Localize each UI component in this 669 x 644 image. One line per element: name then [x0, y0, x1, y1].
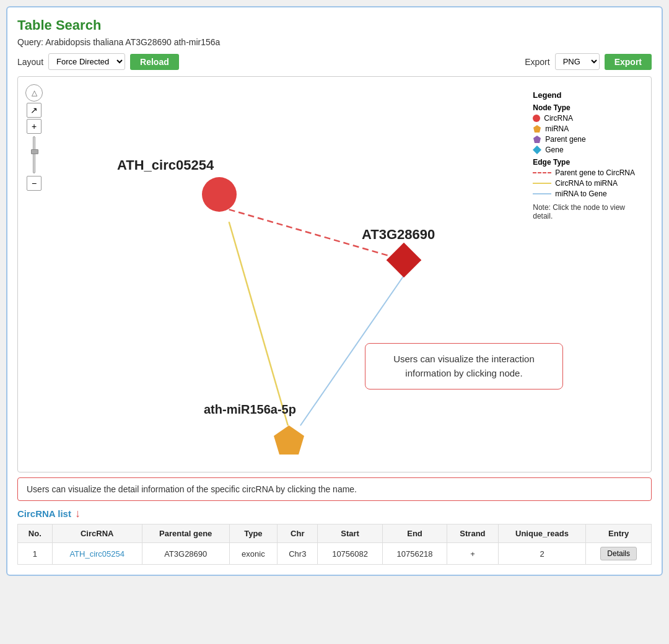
circrna-legend-label: CircRNA [544, 114, 573, 123]
layout-label: Layout [17, 57, 43, 67]
legend-item-edge-mirna-gene: miRNA to Gene [533, 189, 635, 198]
yellow-line-icon [533, 183, 551, 184]
legend-item-edge-circ-mirna: CircRNA to miRNA [533, 179, 635, 188]
col-parental-gene: Parental gene [142, 524, 229, 543]
col-start: Start [318, 524, 382, 543]
legend-item-circrna: CircRNA [533, 114, 635, 123]
page-title: Table Search [17, 17, 652, 33]
col-no: No. [18, 524, 53, 543]
blue-line-icon [533, 193, 551, 194]
cell-entry[interactable]: Details [586, 543, 652, 565]
svg-rect-8 [533, 146, 541, 154]
gene-node[interactable] [387, 243, 421, 280]
info-bar-text: Users can visualize the detail informati… [27, 484, 357, 494]
edge-circ-mirna-label: CircRNA to miRNA [555, 179, 618, 188]
mirna-legend-label: miRNA [545, 124, 569, 133]
info-bar: Users can visualize the detail informati… [17, 477, 652, 501]
cell-chr: Chr3 [278, 543, 318, 565]
toolbar-right: Export PNG SVG JPEG Export [525, 53, 652, 70]
node-type-label: Node Type [533, 103, 635, 112]
col-end: End [382, 524, 447, 543]
svg-line-0 [229, 209, 400, 259]
export-button[interactable]: Export [605, 54, 652, 70]
legend-item-gene: Gene [533, 146, 635, 154]
mirna-legend-icon [533, 124, 541, 133]
table-header-row: No. CircRNA Parental gene Type Chr Start… [18, 524, 652, 543]
arrow-down-icon: ↓ [75, 507, 81, 520]
cell-end: 10756218 [382, 543, 447, 565]
parent-gene-legend-label: Parent gene [545, 135, 585, 144]
circrna-section: CircRNA list ↓ No. CircRNA Parental gene… [17, 507, 652, 565]
circrna-legend-icon [533, 115, 540, 122]
edge-type-label: Edge Type [533, 158, 635, 167]
cell-type: exonic [229, 543, 278, 565]
circrna-node[interactable] [201, 176, 238, 215]
callout-text: Users can visualize the interaction info… [393, 354, 535, 378]
svg-rect-4 [387, 243, 421, 277]
svg-marker-5 [274, 425, 304, 455]
legend-item-mirna: miRNA [533, 124, 635, 133]
circrna-section-title: CircRNA list ↓ [17, 507, 652, 520]
col-type: Type [229, 524, 278, 543]
cell-circrna[interactable]: ATH_circ05254 [52, 543, 142, 565]
cell-unique-reads: 2 [498, 543, 586, 565]
cell-start: 10756082 [318, 543, 382, 565]
gene-legend-icon [533, 146, 541, 154]
table-body: 1 ATH_circ05254 AT3G28690 exonic Chr3 10… [18, 543, 652, 565]
edge-mirna-gene-label: miRNA to Gene [555, 189, 606, 198]
toolbar: Layout Force Directed Circle Grid Reload… [17, 53, 652, 70]
svg-marker-6 [533, 125, 541, 133]
query-value: Arabidopsis thaliana AT3G28690 ath-mir15… [45, 37, 220, 47]
circrna-table: No. CircRNA Parental gene Type Chr Start… [17, 524, 652, 565]
svg-point-3 [202, 177, 237, 212]
legend-item-parent-gene: Parent gene [533, 135, 635, 144]
query-text: Query: Arabidopsis thaliana AT3G28690 at… [17, 37, 652, 47]
page-container: Table Search Query: Arabidopsis thaliana… [6, 6, 663, 576]
export-label: Export [525, 57, 549, 67]
toolbar-left: Layout Force Directed Circle Grid Reload [17, 53, 179, 70]
col-strand: Strand [447, 524, 498, 543]
svg-marker-7 [533, 136, 541, 143]
mirna-node[interactable] [272, 424, 306, 460]
legend-box: Legend Node Type CircRNA miRNA Parent ge… [524, 84, 644, 227]
legend-note: Note: Click the node to view detail. [533, 203, 632, 220]
reload-button[interactable]: Reload [130, 54, 179, 70]
table-row: 1 ATH_circ05254 AT3G28690 exonic Chr3 10… [18, 543, 652, 565]
col-chr: Chr [278, 524, 318, 543]
layout-select[interactable]: Force Directed Circle Grid [48, 53, 125, 70]
graph-area[interactable]: △ ↗ + − ATH_circ05254 [17, 76, 652, 472]
cell-strand: + [447, 543, 498, 565]
svg-line-1 [229, 222, 288, 425]
callout-box: Users can visualize the interaction info… [365, 343, 563, 389]
query-label: Query: [17, 37, 43, 47]
edge-parent-label: Parent gene to CircRNA [555, 168, 635, 177]
cell-parental-gene: AT3G28690 [142, 543, 229, 565]
col-unique-reads: Unique_reads [498, 524, 586, 543]
cell-no: 1 [18, 543, 53, 565]
legend-item-edge-parent: Parent gene to CircRNA [533, 168, 635, 177]
legend-title: Legend [533, 90, 635, 100]
circrna-list-label: CircRNA list [17, 508, 71, 519]
export-format-select[interactable]: PNG SVG JPEG [555, 53, 600, 70]
parent-gene-legend-icon [533, 135, 541, 144]
gene-legend-label: Gene [545, 146, 563, 154]
col-circrna: CircRNA [52, 524, 142, 543]
col-entry: Entry [586, 524, 652, 543]
dashed-line-icon [533, 172, 551, 173]
